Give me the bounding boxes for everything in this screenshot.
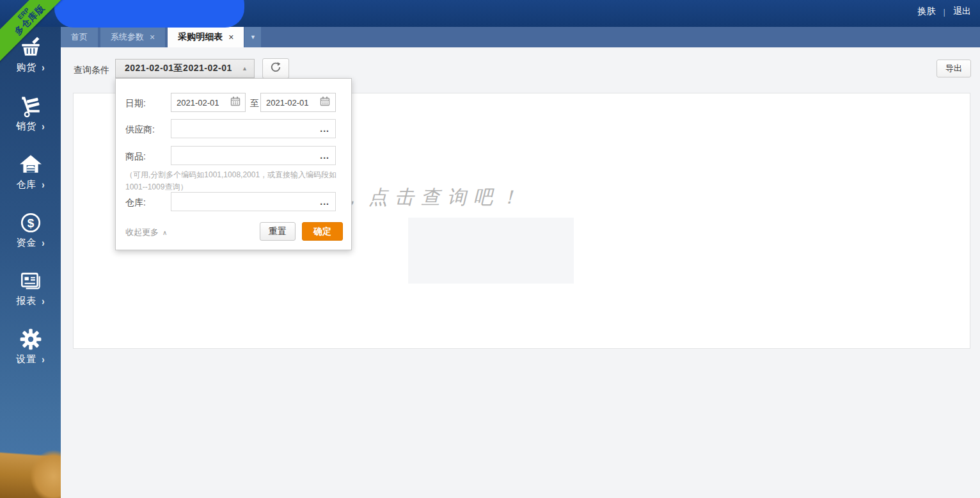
content-area: ，点击查询吧！ 查询条件 2021-02-01至2021-02-01 ▲ 导出 …	[61, 47, 980, 498]
funds-icon: $	[19, 211, 43, 235]
sidebar-item-settings[interactable]: 设置›	[0, 318, 61, 376]
sidebar-nav: 购货› 销货› 仓库› $ 资金› 报表› 设置›	[0, 27, 61, 498]
sidebar-label: 资金	[16, 237, 36, 249]
tab-bar: 首页 系统参数 × 采购明细表 × ▼	[61, 27, 980, 47]
ellipsis-picker-icon[interactable]: ...	[320, 198, 329, 205]
chevron-right-icon: ›	[42, 237, 44, 249]
warehouse-icon	[19, 152, 43, 177]
chevron-right-icon: ›	[42, 179, 44, 191]
date-from-field	[171, 93, 246, 112]
date-to-input[interactable]	[266, 98, 320, 108]
tab-overflow-button[interactable]: ▼	[244, 27, 261, 47]
date-label: 日期:	[125, 98, 146, 109]
supplier-input[interactable]	[177, 124, 320, 134]
chevron-right-icon: ›	[42, 295, 44, 307]
supplier-field: ...	[171, 119, 336, 138]
sidebar-label: 设置	[16, 353, 36, 365]
confirm-button[interactable]: 确定	[302, 222, 343, 241]
tab-system-params[interactable]: 系统参数 ×	[100, 27, 165, 47]
tab-label: 采购明细表	[178, 31, 223, 43]
calendar-icon[interactable]	[230, 96, 241, 109]
sidebar-item-reports[interactable]: 报表›	[0, 260, 61, 318]
sidebar-item-warehouse[interactable]: 仓库›	[0, 143, 61, 202]
close-icon[interactable]: ×	[150, 32, 155, 42]
product-label: 商品:	[125, 151, 146, 163]
settings-icon	[19, 327, 43, 351]
refresh-icon	[270, 61, 281, 76]
chevron-right-icon: ›	[42, 353, 44, 365]
logout-link[interactable]: 退出	[953, 6, 971, 17]
tab-label: 系统参数	[111, 31, 144, 43]
warehouse-input[interactable]	[177, 197, 320, 207]
chevron-right-icon: ›	[42, 61, 44, 74]
tab-label: 首页	[71, 31, 88, 43]
export-button[interactable]: 导出	[937, 60, 971, 77]
warehouse-field: ...	[171, 192, 336, 211]
reset-button[interactable]: 重置	[260, 222, 296, 241]
product-input[interactable]	[177, 151, 320, 161]
svg-text:$: $	[27, 216, 34, 230]
report-icon	[19, 269, 43, 293]
warehouse-label: 仓库:	[125, 197, 146, 209]
date-range-value: 2021-02-01至2021-02-01	[125, 63, 232, 74]
date-to-field	[260, 93, 336, 112]
confirm-label: 确定	[313, 226, 331, 237]
chevron-right-icon: ›	[42, 120, 44, 133]
tab-purchase-detail[interactable]: 采购明细表 ×	[168, 27, 244, 47]
product-field: ...	[171, 146, 336, 165]
wheat-field-photo	[0, 415, 61, 498]
ellipsis-picker-icon[interactable]: ...	[320, 152, 329, 159]
product-code-hint: （可用,分割多个编码如1001,1008,2001，或直接输入编码段如1001-…	[125, 169, 345, 193]
empty-query-watermark: ，点击查询吧！	[342, 184, 526, 211]
caret-up-icon: ▲	[242, 65, 248, 72]
sidebar-label: 仓库	[16, 179, 36, 191]
ellipsis-picker-icon[interactable]: ...	[320, 125, 329, 132]
sidebar-label: 销货	[16, 120, 36, 133]
reset-label: 重置	[269, 226, 287, 237]
tab-home[interactable]: 首页	[61, 27, 98, 47]
caret-up-icon: ∧	[162, 229, 167, 236]
refresh-button[interactable]	[262, 58, 289, 79]
trolley-icon	[19, 94, 43, 118]
sidebar-label: 报表	[16, 295, 36, 307]
collapse-label: 收起更多	[125, 227, 159, 238]
sidebar-item-sales[interactable]: 销货›	[0, 85, 61, 143]
change-skin-link[interactable]: 换肤	[918, 6, 936, 17]
export-label: 导出	[945, 63, 962, 74]
sidebar-item-funds[interactable]: $ 资金›	[0, 202, 61, 260]
close-icon[interactable]: ×	[228, 32, 233, 42]
placeholder-image	[408, 218, 574, 284]
to-label: 至	[250, 98, 259, 109]
date-from-input[interactable]	[177, 98, 230, 108]
collapse-more-link[interactable]: 收起更多 ∧	[125, 227, 167, 238]
supplier-label: 供应商:	[125, 124, 155, 136]
calendar-icon[interactable]	[320, 96, 330, 109]
chevron-down-icon: ▼	[250, 34, 256, 40]
query-conditions-label: 查询条件	[74, 65, 109, 76]
query-filter-panel: 日期: 至 供应商: ... 商品: ... （可用,分割多个编码如1001,1…	[115, 78, 352, 250]
header-divider: |	[944, 7, 945, 17]
sidebar-label: 购货	[16, 61, 36, 74]
date-range-dropdown[interactable]: 2021-02-01至2021-02-01 ▲	[115, 59, 255, 78]
logo-pill	[54, 0, 244, 28]
